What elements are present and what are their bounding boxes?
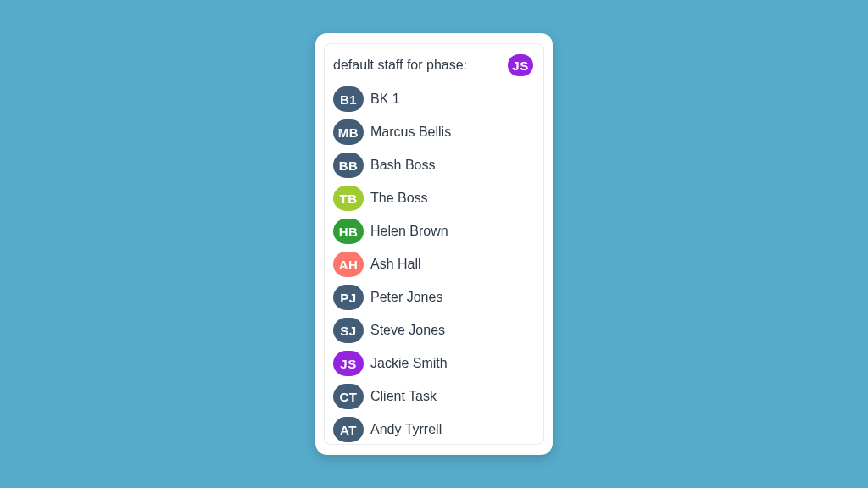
staff-list-item[interactable]: BBBash Boss	[333, 152, 533, 178]
staff-list-item[interactable]: CTClient Task	[333, 384, 533, 409]
staff-avatar-badge: TB	[333, 186, 364, 211]
staff-picker-panel: default staff for phase: JS B1BK 1MBMarc…	[324, 43, 544, 445]
staff-avatar-badge: AT	[333, 417, 364, 442]
staff-name-label: Bash Boss	[370, 158, 435, 173]
staff-name-label: Helen Brown	[370, 224, 448, 239]
default-staff-label: default staff for phase:	[333, 58, 467, 73]
default-staff-header: default staff for phase: JS	[333, 54, 533, 76]
staff-name-label: Jackie Smith	[370, 356, 448, 371]
staff-name-label: Andy Tyrrell	[370, 422, 442, 437]
staff-name-label: Marcus Bellis	[370, 125, 451, 140]
staff-avatar-badge: SJ	[333, 318, 364, 343]
staff-name-label: The Boss	[370, 191, 428, 206]
staff-list-item[interactable]: PJPeter Jones	[333, 285, 533, 310]
staff-name-label: Client Task	[370, 389, 437, 404]
staff-avatar-badge: HB	[333, 219, 364, 244]
selected-staff-badge[interactable]: JS	[508, 54, 533, 76]
staff-list: B1BK 1MBMarcus BellisBBBash BossTBThe Bo…	[333, 86, 533, 442]
staff-list-item[interactable]: HBHelen Brown	[333, 219, 533, 244]
staff-avatar-badge: PJ	[333, 285, 364, 310]
staff-avatar-badge: MB	[333, 119, 364, 145]
staff-name-label: Ash Hall	[370, 257, 421, 272]
staff-list-item[interactable]: MBMarcus Bellis	[333, 119, 533, 145]
staff-avatar-badge: JS	[333, 351, 364, 376]
staff-name-label: BK 1	[370, 92, 400, 107]
staff-avatar-badge: AH	[333, 252, 364, 277]
staff-name-label: Peter Jones	[370, 290, 442, 305]
staff-list-item[interactable]: ATAndy Tyrrell	[333, 417, 533, 442]
staff-list-item[interactable]: B1BK 1	[333, 86, 533, 112]
staff-list-item[interactable]: SJSteve Jones	[333, 318, 533, 343]
staff-avatar-badge: CT	[333, 384, 364, 409]
staff-list-item[interactable]: JSJackie Smith	[333, 351, 533, 376]
staff-picker-card: default staff for phase: JS B1BK 1MBMarc…	[315, 33, 553, 455]
staff-list-item[interactable]: TBThe Boss	[333, 186, 533, 211]
staff-name-label: Steve Jones	[370, 323, 445, 338]
staff-list-item[interactable]: AHAsh Hall	[333, 252, 533, 277]
staff-avatar-badge: B1	[333, 86, 364, 112]
staff-avatar-badge: BB	[333, 152, 364, 178]
